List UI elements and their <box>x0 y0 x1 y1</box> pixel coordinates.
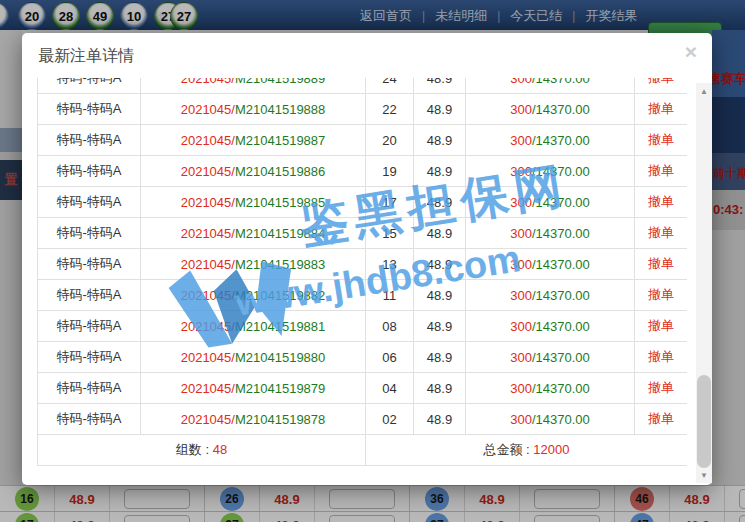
odds: 48.9 <box>414 218 466 249</box>
odds: 48.9 <box>414 311 466 342</box>
order-number: 2021045/M21041519883 <box>141 249 366 280</box>
amount: 300/14370.00 <box>466 311 635 342</box>
cancel-order-link[interactable]: 撤单 <box>648 256 674 271</box>
bet-table-viewport: 特码-特码A 2021045/M21041519889 24 48.9 300/… <box>37 78 687 474</box>
bet-number: 22 <box>366 94 414 125</box>
bet-number: 24 <box>366 78 414 94</box>
amount: 300/14370.00 <box>466 404 635 435</box>
bet-type: 特码-特码A <box>38 125 141 156</box>
bet-table: 特码-特码A 2021045/M21041519889 24 48.9 300/… <box>37 78 687 466</box>
amount: 300/14370.00 <box>466 280 635 311</box>
odds: 48.9 <box>414 373 466 404</box>
bet-type: 特码-特码A <box>38 249 141 280</box>
bet-type: 特码-特码A <box>38 311 141 342</box>
odds: 48.9 <box>414 342 466 373</box>
cancel-order-link[interactable]: 撤单 <box>648 78 674 85</box>
cancel-cell: 撤单 <box>635 280 688 311</box>
modal-scrollbar[interactable]: ▲ ▼ <box>696 83 712 483</box>
scrollbar-thumb[interactable] <box>697 375 711 468</box>
groups-summary: 组数 : 48 <box>38 435 366 466</box>
odds: 48.9 <box>414 404 466 435</box>
amount: 300/14370.00 <box>466 94 635 125</box>
table-row: 特码-特码A 2021045/M21041519878 02 48.9 300/… <box>38 404 688 435</box>
amount: 300/14370.00 <box>466 249 635 280</box>
cancel-cell: 撤单 <box>635 218 688 249</box>
bet-type: 特码-特码A <box>38 373 141 404</box>
summary-row: 组数 : 48 总金额 : 12000 <box>38 435 688 466</box>
bet-type: 特码-特码A <box>38 342 141 373</box>
order-number: 2021045/M21041519879 <box>141 373 366 404</box>
cancel-cell: 撤单 <box>635 373 688 404</box>
cancel-order-link[interactable]: 撤单 <box>648 349 674 364</box>
cancel-cell: 撤单 <box>635 156 688 187</box>
odds: 48.9 <box>414 187 466 218</box>
odds: 48.9 <box>414 249 466 280</box>
bet-type: 特码-特码A <box>38 156 141 187</box>
order-number: 2021045/M21041519888 <box>141 94 366 125</box>
cancel-cell: 撤单 <box>635 125 688 156</box>
table-row: 特码-特码A 2021045/M21041519884 15 48.9 300/… <box>38 218 688 249</box>
cancel-order-link[interactable]: 撤单 <box>648 318 674 333</box>
screen: 20 28 49 10 27 + 27 返回首页 | 未结明细 | 今天已结 <box>0 0 745 522</box>
bet-number: 17 <box>366 187 414 218</box>
cancel-cell: 撤单 <box>635 94 688 125</box>
bet-number: 04 <box>366 373 414 404</box>
odds: 48.9 <box>414 94 466 125</box>
table-row: 特码-特码A 2021045/M21041519879 04 48.9 300/… <box>38 373 688 404</box>
order-number: 2021045/M21041519880 <box>141 342 366 373</box>
table-row: 特码-特码A 2021045/M21041519886 19 48.9 300/… <box>38 156 688 187</box>
table-row: 特码-特码A 2021045/M21041519881 08 48.9 300/… <box>38 311 688 342</box>
odds: 48.9 <box>414 156 466 187</box>
cancel-cell: 撤单 <box>635 311 688 342</box>
cancel-cell: 撤单 <box>635 404 688 435</box>
order-number: 2021045/M21041519886 <box>141 156 366 187</box>
bet-number: 15 <box>366 218 414 249</box>
bet-number: 13 <box>366 249 414 280</box>
amount: 300/14370.00 <box>466 78 635 94</box>
bet-number: 06 <box>366 342 414 373</box>
table-row: 特码-特码A 2021045/M21041519889 24 48.9 300/… <box>38 78 688 94</box>
amount: 300/14370.00 <box>466 187 635 218</box>
bet-number: 11 <box>366 280 414 311</box>
bet-number: 19 <box>366 156 414 187</box>
cancel-order-link[interactable]: 撤单 <box>648 163 674 178</box>
bet-type: 特码-特码A <box>38 187 141 218</box>
amount: 300/14370.00 <box>466 342 635 373</box>
table-row: 特码-特码A 2021045/M21041519885 17 48.9 300/… <box>38 187 688 218</box>
close-icon[interactable]: × <box>685 41 697 62</box>
cancel-order-link[interactable]: 撤单 <box>648 380 674 395</box>
cancel-order-link[interactable]: 撤单 <box>648 225 674 240</box>
odds: 48.9 <box>414 125 466 156</box>
table-row: 特码-特码A 2021045/M21041519888 22 48.9 300/… <box>38 94 688 125</box>
bet-type: 特码-特码A <box>38 94 141 125</box>
table-row: 特码-特码A 2021045/M21041519887 20 48.9 300/… <box>38 125 688 156</box>
cancel-order-link[interactable]: 撤单 <box>648 194 674 209</box>
bet-table-body: 特码-特码A 2021045/M21041519889 24 48.9 300/… <box>38 78 688 435</box>
bet-number: 02 <box>366 404 414 435</box>
bet-number: 20 <box>366 125 414 156</box>
order-number: 2021045/M21041519884 <box>141 218 366 249</box>
cancel-order-link[interactable]: 撤单 <box>648 101 674 116</box>
bet-type: 特码-特码A <box>38 78 141 94</box>
table-row: 特码-特码A 2021045/M21041519880 06 48.9 300/… <box>38 342 688 373</box>
scroll-up-icon[interactable]: ▲ <box>696 83 712 99</box>
order-number: 2021045/M21041519889 <box>141 78 366 94</box>
total-summary: 总金额 : 12000 <box>366 435 688 466</box>
bet-details-modal: 最新注单详情 × 特码-特码A 2021045/M21041519889 24 … <box>22 33 712 485</box>
cancel-cell: 撤单 <box>635 249 688 280</box>
odds: 48.9 <box>414 280 466 311</box>
bet-number: 08 <box>366 311 414 342</box>
order-number: 2021045/M21041519887 <box>141 125 366 156</box>
cancel-order-link[interactable]: 撤单 <box>648 287 674 302</box>
cancel-order-link[interactable]: 撤单 <box>648 411 674 426</box>
bet-type: 特码-特码A <box>38 280 141 311</box>
bet-type: 特码-特码A <box>38 218 141 249</box>
order-number: 2021045/M21041519882 <box>141 280 366 311</box>
scroll-down-icon[interactable]: ▼ <box>696 467 712 483</box>
cancel-order-link[interactable]: 撤单 <box>648 132 674 147</box>
cancel-cell: 撤单 <box>635 78 688 94</box>
modal-title: 最新注单详情 <box>38 46 134 67</box>
cancel-cell: 撤单 <box>635 342 688 373</box>
order-number: 2021045/M21041519878 <box>141 404 366 435</box>
cancel-cell: 撤单 <box>635 187 688 218</box>
